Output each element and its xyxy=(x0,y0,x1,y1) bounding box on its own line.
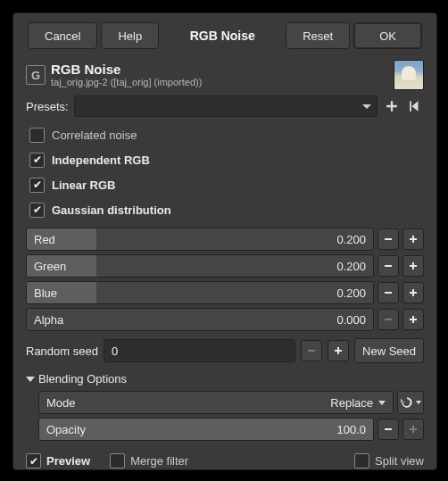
plus-icon xyxy=(408,424,419,435)
blend-mode-combo[interactable]: Mode Replace xyxy=(38,391,394,414)
blending-title: Blending Options xyxy=(38,372,127,386)
cancel-button[interactable]: Cancel xyxy=(28,22,97,49)
gaussian-distribution-check[interactable] xyxy=(29,203,45,218)
blending-expander[interactable]: Blending Options xyxy=(26,372,424,386)
green-slider[interactable]: Green 0.200 xyxy=(26,254,374,278)
minus-icon xyxy=(383,261,394,271)
red-increment-button[interactable] xyxy=(402,228,424,250)
green-decrement-button[interactable] xyxy=(377,255,399,277)
blending-body: Mode Replace Opacity 100.0 xyxy=(26,391,424,441)
merge-filter-label: Merge filter xyxy=(130,454,188,468)
preset-menu-button[interactable] xyxy=(406,97,424,115)
alpha-decrement-button xyxy=(377,309,399,330)
blue-decrement-button[interactable] xyxy=(377,282,399,303)
chevron-down-icon xyxy=(416,401,421,404)
correlated-noise-check[interactable] xyxy=(29,128,45,143)
svg-rect-3 xyxy=(385,292,392,294)
presets-row: Presets: xyxy=(26,95,424,117)
menu-left-icon xyxy=(409,100,421,112)
svg-rect-4 xyxy=(385,319,392,320)
red-label: Red xyxy=(27,233,336,246)
blend-mode-label: Mode xyxy=(46,396,325,410)
dialog-title: RGB Noise xyxy=(51,62,388,77)
reset-button[interactable]: Reset xyxy=(286,22,350,49)
presets-combo[interactable] xyxy=(74,95,377,117)
preview-label: Preview xyxy=(46,454,90,468)
minus-icon xyxy=(383,424,394,435)
gaussian-distribution-label: Gaussian distribution xyxy=(52,203,171,217)
alpha-slider[interactable]: Alpha 0.000 xyxy=(26,308,374,331)
noise-options: Correlated noise Independent RGB Linear … xyxy=(26,124,424,220)
correlated-noise-label: Correlated noise xyxy=(52,129,137,142)
split-view-check[interactable] xyxy=(354,453,369,469)
rgb-noise-dialog: Cancel Help RGB Noise Reset OK G RGB Noi… xyxy=(12,12,437,470)
chevron-down-icon xyxy=(26,377,35,382)
svg-rect-2 xyxy=(385,265,392,267)
minus-icon xyxy=(306,345,317,356)
green-label: Green xyxy=(27,260,336,273)
alpha-row: Alpha 0.000 xyxy=(26,308,424,331)
opacity-row: Opacity 100.0 xyxy=(38,418,424,441)
seed-decrement-button xyxy=(301,340,322,361)
blend-mode-value: Replace xyxy=(330,396,373,410)
ok-button[interactable]: OK xyxy=(353,22,422,49)
random-seed-label: Random seed xyxy=(26,344,98,358)
plus-icon xyxy=(408,314,419,325)
add-preset-button[interactable] xyxy=(383,97,401,115)
preview-check[interactable] xyxy=(26,453,41,469)
merge-filter-check[interactable] xyxy=(110,453,125,469)
chevron-down-icon xyxy=(362,104,371,109)
reset-icon xyxy=(400,395,414,410)
minus-icon xyxy=(383,234,394,245)
random-seed-input[interactable]: 0 xyxy=(104,339,295,362)
dialog-subtitle: taj_orig.jpg-2 ([taj_orig] (imported)) xyxy=(51,77,388,88)
dialog-body: Presets: Correlated noise Independent RG… xyxy=(13,95,436,472)
plus-icon xyxy=(333,345,344,356)
linear-rgb-check[interactable] xyxy=(29,178,45,193)
help-button[interactable]: Help xyxy=(101,22,159,49)
blend-mode-reset-button[interactable] xyxy=(397,391,424,414)
opacity-label: Opacity xyxy=(39,423,336,436)
blue-row: Blue 0.200 xyxy=(26,281,424,304)
alpha-increment-button[interactable] xyxy=(402,309,424,330)
dialog-name: RGB Noise xyxy=(162,29,282,43)
svg-rect-1 xyxy=(385,238,392,240)
independent-rgb-check[interactable] xyxy=(29,153,45,168)
blue-increment-button[interactable] xyxy=(402,282,424,303)
new-seed-button[interactable]: New Seed xyxy=(354,338,424,363)
red-slider[interactable]: Red 0.200 xyxy=(26,228,374,251)
opacity-decrement-button[interactable] xyxy=(377,419,399,440)
svg-rect-6 xyxy=(385,428,392,430)
green-increment-button[interactable] xyxy=(402,255,424,277)
opacity-value: 100.0 xyxy=(336,423,373,436)
opacity-slider[interactable]: Opacity 100.0 xyxy=(38,418,374,441)
svg-rect-5 xyxy=(308,350,315,352)
linear-rgb-label: Linear RGB xyxy=(52,178,116,192)
seed-increment-button[interactable] xyxy=(328,340,349,361)
presets-label: Presets: xyxy=(26,100,69,113)
alpha-value: 0.000 xyxy=(336,313,373,327)
opacity-increment-button xyxy=(402,419,424,440)
green-value: 0.200 xyxy=(336,260,373,273)
blue-value: 0.200 xyxy=(336,286,373,300)
image-thumbnail[interactable] xyxy=(394,60,424,90)
red-decrement-button[interactable] xyxy=(377,228,399,250)
independent-rgb-label: Independent RGB xyxy=(52,153,150,167)
header-text: RGB Noise taj_orig.jpg-2 ([taj_orig] (im… xyxy=(51,62,388,88)
minus-icon xyxy=(383,314,394,325)
gimp-icon: G xyxy=(26,65,46,85)
svg-rect-0 xyxy=(410,101,411,112)
footer-row: Preview Merge filter Split view xyxy=(26,453,424,472)
blue-slider[interactable]: Blue 0.200 xyxy=(26,281,374,304)
chevron-down-icon xyxy=(378,401,386,405)
plus-icon xyxy=(408,287,419,298)
blue-label: Blue xyxy=(27,286,336,300)
dialog-header: G RGB Noise taj_orig.jpg-2 ([taj_orig] (… xyxy=(13,56,436,95)
action-bar: Cancel Help RGB Noise Reset OK xyxy=(13,13,436,56)
split-view-label: Split view xyxy=(375,454,424,468)
plus-icon xyxy=(408,234,419,245)
red-value: 0.200 xyxy=(336,233,373,246)
alpha-label: Alpha xyxy=(27,313,336,327)
green-row: Green 0.200 xyxy=(26,254,424,278)
minus-icon xyxy=(383,287,394,298)
